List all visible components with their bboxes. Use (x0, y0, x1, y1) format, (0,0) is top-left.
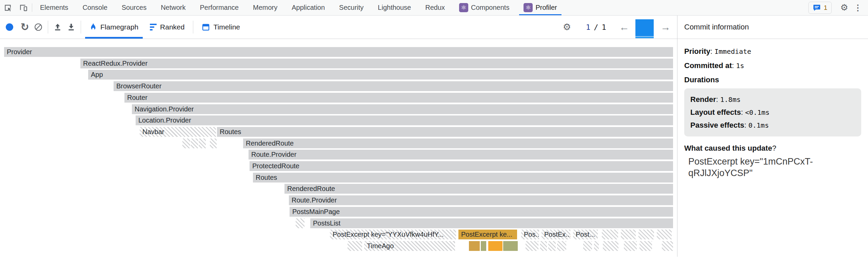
commit-pager: 1 / 1 (586, 16, 606, 39)
flame-bar[interactable] (488, 241, 502, 251)
flame-bar-routes[interactable]: Routes (253, 173, 673, 183)
previous-commit-button[interactable]: ← (619, 16, 629, 39)
flame-bar[interactable] (182, 138, 190, 148)
flame-bar-router[interactable]: Router (124, 93, 673, 103)
flame-bar[interactable] (199, 138, 206, 148)
flame-bar[interactable] (603, 241, 618, 251)
flame-bar-renderedroute[interactable]: RenderedRoute (243, 138, 673, 148)
flame-bar-postexcerpt[interactable]: PostExcerpt ke... (458, 230, 517, 239)
load-profile-button[interactable] (51, 20, 64, 34)
passive-effects-row: Passive effects: 0.1ms (690, 119, 855, 132)
tab-ranked[interactable]: Ranked (144, 16, 190, 39)
tab-performance[interactable]: Performance (193, 0, 246, 15)
profiler-settings-gear-button[interactable]: ⚙ (560, 20, 574, 34)
flame-bar-postsmainpage[interactable]: PostsMainPage (290, 207, 673, 217)
ranked-bars-icon (150, 24, 157, 30)
tab-console[interactable]: Console (75, 0, 114, 15)
flame-bar[interactable] (348, 241, 362, 251)
render-duration-row: Render: 1.8ms (690, 93, 855, 106)
flame-bar-navbar[interactable]: Navbar (140, 127, 216, 137)
clear-profile-button[interactable] (32, 20, 45, 34)
flame-bar[interactable] (624, 241, 637, 251)
flame-bar[interactable] (621, 230, 636, 239)
device-toolbar-button[interactable] (16, 0, 31, 15)
what-caused-heading: What caused this update? (684, 144, 861, 153)
what-caused-qmark: ? (772, 144, 776, 152)
tab-profiler[interactable]: ⚛ Profiler (516, 0, 564, 15)
tabbar-right-controls: 1 ⚙ ⋮ (808, 0, 868, 15)
calendar-icon (202, 23, 210, 31)
flame-bar-postslist[interactable]: PostsList (310, 218, 673, 228)
flame-bar-provider[interactable]: Provider (4, 47, 673, 57)
flame-bar[interactable] (548, 241, 556, 251)
tab-label: Elements (40, 4, 68, 12)
flame-bar-pos...[interactable]: Pos... (521, 230, 539, 239)
flame-bar-navigation.provider[interactable]: Navigation.Provider (132, 104, 673, 114)
flame-bar[interactable] (191, 138, 198, 148)
save-profile-button[interactable] (64, 20, 78, 34)
issues-badge-button[interactable]: 1 (808, 2, 832, 14)
tab-lighthouse[interactable]: Lighthouse (371, 0, 418, 15)
pager-separator: / (594, 23, 598, 31)
flame-bar-renderedroute[interactable]: RenderedRoute (284, 184, 673, 194)
tab-application[interactable]: Application (284, 0, 332, 15)
what-caused-value[interactable]: PostExcerpt key="1mCnPCxT-qRJlJXjoYCSP" (684, 156, 820, 179)
tab-label: Application (292, 4, 325, 12)
tab-sources[interactable]: Sources (115, 0, 154, 15)
flame-bar-post...[interactable]: Post... (573, 230, 598, 239)
tab-label: Network (161, 4, 185, 12)
flame-bar[interactable] (481, 241, 486, 251)
what-caused-label: What caused this update (684, 144, 772, 152)
flame-bar-route.provider[interactable]: Route.Provider (249, 150, 673, 159)
tab-redux[interactable]: Redux (418, 0, 452, 15)
tab-security[interactable]: Security (332, 0, 371, 15)
flame-bar[interactable] (657, 230, 672, 239)
flame-bar[interactable] (602, 230, 618, 239)
tab-label: Sources (122, 4, 146, 12)
flame-bar[interactable] (594, 241, 599, 251)
settings-gear-button[interactable]: ⚙ (837, 1, 851, 15)
flame-bar-protectedroute[interactable]: ProtectedRoute (250, 161, 673, 171)
layout-effects-row: Layout effects: <0.1ms (690, 106, 855, 119)
tab-timeline[interactable]: Timeline (196, 16, 246, 39)
record-button[interactable] (6, 23, 13, 31)
flame-bar[interactable] (662, 241, 673, 251)
tab-label: Redux (425, 4, 445, 12)
durations-label: Durations (684, 76, 719, 84)
tab-memory[interactable]: Memory (246, 0, 284, 15)
flame-bar[interactable] (557, 241, 566, 251)
flame-bar-postexcerpt[interactable]: PostExcerpt key="YYXuVfkw4uHfY... (330, 230, 456, 239)
committed-at-label: Committed at (684, 61, 732, 70)
issues-count: 1 (824, 4, 827, 12)
tab-network[interactable]: Network (154, 0, 193, 15)
more-options-button[interactable]: ⋮ (851, 1, 865, 15)
committed-at-value: 1s (736, 62, 744, 70)
flame-bar[interactable] (583, 241, 592, 251)
flame-bar-timeago[interactable]: TimeAgo (364, 241, 455, 251)
flame-bar-location.provider[interactable]: Location.Provider (136, 115, 673, 125)
toolbar-divider (193, 21, 193, 34)
flame-bar[interactable] (469, 241, 480, 251)
flame-bar-app[interactable]: App (88, 70, 673, 80)
flame-bar-postex...[interactable]: PostEx... (541, 230, 570, 239)
flame-bar-browserrouter[interactable]: BrowserRouter (114, 81, 673, 91)
flame-bar[interactable] (526, 241, 538, 251)
flame-bar-reactredux.provider[interactable]: ReactRedux.Provider (80, 59, 673, 68)
tab-components[interactable]: ⚛ Components (452, 0, 516, 15)
flame-bar[interactable] (540, 241, 547, 251)
flame-bar[interactable] (296, 218, 304, 228)
flame-bar[interactable] (638, 230, 654, 239)
layout-effects-value: <0.1ms (745, 108, 769, 116)
flame-bar[interactable] (639, 241, 652, 251)
next-commit-button[interactable]: → (660, 16, 671, 39)
reload-and-profile-button[interactable]: ↻ (18, 20, 32, 34)
flame-bar[interactable] (503, 241, 518, 251)
commit-information-title: Commit information (684, 23, 749, 31)
inspect-element-button[interactable] (0, 0, 16, 15)
flame-bar[interactable] (210, 138, 217, 148)
tab-flamegraph[interactable]: Flamegraph (84, 16, 144, 39)
flame-bar-route.provider[interactable]: Route.Provider (289, 195, 673, 205)
commit-selector-bar[interactable] (635, 19, 654, 36)
tab-elements[interactable]: Elements (33, 0, 75, 15)
flame-bar-routes[interactable]: Routes (217, 127, 673, 137)
